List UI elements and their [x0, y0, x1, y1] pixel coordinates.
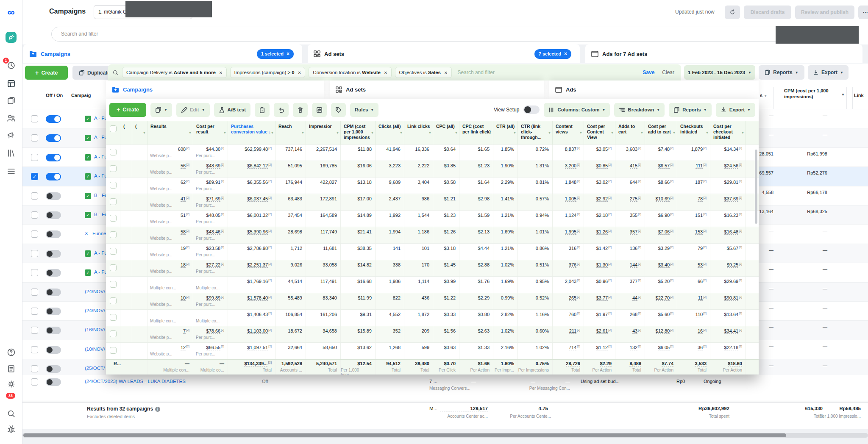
- compare-button[interactable]: [312, 103, 327, 117]
- metric-cell[interactable]: 1,848[2]: [553, 178, 584, 194]
- metric-cell[interactable]: $1,103.00[2]: [228, 326, 275, 342]
- export-button[interactable]: Export▼: [716, 103, 755, 117]
- rules-button[interactable]: Rules▼: [350, 103, 378, 117]
- metric-cell[interactable]: $34.41[2]: [710, 326, 746, 342]
- row-checkbox[interactable]: [31, 327, 38, 334]
- metric-cell[interactable]: 151[2]: [677, 211, 710, 227]
- metric-cell[interactable]: $7.06[2]: [645, 227, 677, 243]
- metric-cell[interactable]: $5.67[2]: [710, 244, 746, 260]
- row-checkbox[interactable]: [31, 115, 38, 122]
- metric-cell[interactable]: $5.60[2]: [645, 310, 677, 326]
- metric-cell[interactable]: 415[2]: [615, 161, 645, 177]
- remove-filter-icon[interactable]: ×: [444, 69, 448, 76]
- undo-button[interactable]: [274, 103, 289, 117]
- filter-chip[interactable]: Impressions (campaign) > 0×: [230, 67, 306, 78]
- metric-cell[interactable]: $89.91[2]Per purc...: [193, 178, 228, 194]
- metric-cell[interactable]: 144[2]: [615, 260, 645, 276]
- metric-cell[interactable]: $1.97[2]: [584, 310, 615, 326]
- metric-cell[interactable]: 3,603[2]: [615, 144, 645, 161]
- row-checkbox[interactable]: [31, 346, 38, 353]
- row-checkbox[interactable]: [110, 182, 117, 189]
- create-button[interactable]: +Create: [109, 103, 146, 117]
- metric-cell[interactable]: $1,097.51[2]: [228, 343, 275, 359]
- review-publish-button[interactable]: Review and publish: [795, 6, 854, 19]
- row-checkbox[interactable]: [110, 248, 117, 255]
- tag-button[interactable]: [331, 103, 346, 117]
- meta-logo[interactable]: ∞: [6, 7, 17, 18]
- metric-cell[interactable]: 41[2]Website p...: [147, 194, 193, 210]
- row-checkbox[interactable]: [31, 134, 38, 142]
- metric-cell[interactable]: $1,578.40[2]: [228, 293, 275, 309]
- metric-cell[interactable]: $0.96[2]: [584, 277, 615, 293]
- metric-cell[interactable]: 153[2]: [677, 227, 710, 243]
- duplicate-split-button[interactable]: ▼: [150, 103, 172, 117]
- campaign-toggle[interactable]: [46, 346, 61, 354]
- metric-cell[interactable]: 10[2]Website p...: [147, 293, 193, 309]
- campaign-toggle[interactable]: [46, 134, 61, 142]
- metric-cell[interactable]: $1.42[2]: [584, 244, 615, 260]
- column-header-cpm[interactable]: CPM (cost per 1,000 impressions): [784, 88, 831, 100]
- metric-cell[interactable]: $2,251.37[2]: [228, 260, 275, 276]
- metric-cell[interactable]: $48.69[2]Per purc...: [193, 161, 228, 177]
- row-checkbox[interactable]: [110, 231, 117, 238]
- catalog-icon[interactable]: [6, 147, 17, 158]
- column-header-off-on[interactable]: Off / On: [46, 93, 63, 98]
- metric-cell[interactable]: $5,390.96[2]: [228, 227, 275, 243]
- metric-cell[interactable]: 110[2]: [677, 310, 710, 326]
- row-checkbox[interactable]: [110, 264, 117, 271]
- create-campaign-button[interactable]: + Create: [25, 66, 68, 80]
- tab-ads[interactable]: Ads for 7 Ad sets: [585, 44, 862, 63]
- metric-cell[interactable]: 8,837[2]: [553, 144, 584, 161]
- global-search-input[interactable]: Search and filter: [51, 27, 786, 42]
- metric-cell[interactable]: $6,001.32[2]: [228, 211, 275, 227]
- info-icon[interactable]: i: [155, 407, 160, 412]
- refresh-button[interactable]: [725, 6, 740, 19]
- metric-cell[interactable]: $9.25[2]: [710, 260, 746, 276]
- row-checkbox[interactable]: [31, 308, 38, 315]
- row-checkbox[interactable]: [31, 269, 38, 276]
- row-checkbox[interactable]: [110, 347, 117, 354]
- metric-cell[interactable]: 136[2]: [615, 244, 645, 260]
- column-header[interactable]: Checkouts initiated▼: [677, 121, 710, 144]
- metric-cell[interactable]: $12.80[2]: [645, 326, 677, 342]
- campaign-toggle[interactable]: [46, 173, 61, 180]
- metric-cell[interactable]: $1.26[2]: [584, 227, 615, 243]
- row-checkbox[interactable]: [31, 289, 38, 296]
- notifications-icon[interactable]: 1: [6, 60, 17, 71]
- metric-cell[interactable]: $134,339...[2]Total: [228, 360, 275, 375]
- metric-cell[interactable]: 132[2]: [615, 343, 645, 359]
- column-header[interactable]: Cost per checkout initiated▼: [710, 121, 746, 144]
- metric-cell[interactable]: $27.22[2]Per purc...: [193, 260, 228, 276]
- campaign-toggle[interactable]: [46, 192, 61, 200]
- metric-cell[interactable]: 3,200[2]: [553, 161, 584, 177]
- row-checkbox[interactable]: [110, 165, 117, 172]
- metric-cell[interactable]: 44[2]: [615, 293, 645, 309]
- date-range-picker[interactable]: 1 Feb 2023 - 15 Dec 2023▼: [684, 65, 755, 80]
- metric-cell[interactable]: 1,005[2]: [553, 194, 584, 210]
- metric-cell[interactable]: 760[2]: [553, 310, 584, 326]
- metric-cell[interactable]: $71.69[2]Per purc...: [193, 194, 228, 210]
- export-button[interactable]: Export▼: [808, 65, 849, 80]
- metric-cell[interactable]: $1.12[2]: [584, 343, 615, 359]
- column-header[interactable]: Cost per result▼: [193, 121, 228, 144]
- remove-filter-icon[interactable]: ×: [384, 69, 387, 76]
- campaign-name-link[interactable]: (24/OCT/2023) WA LEADS - LUKA DIABETES: [85, 379, 186, 384]
- metric-cell[interactable]: $2,786.98[2]: [228, 244, 275, 260]
- metric-cell[interactable]: $1,406.43[2]: [228, 310, 275, 326]
- column-header[interactable]: CPC (all)▼: [433, 121, 459, 144]
- search-icon[interactable]: [6, 408, 17, 419]
- metric-cell[interactable]: $6.57[2]: [645, 161, 677, 177]
- column-header[interactable]: CPC (cost per link click)▼: [459, 121, 493, 144]
- campaign-toggle[interactable]: [46, 327, 61, 334]
- metric-cell[interactable]: $14.34[2]: [710, 144, 746, 161]
- pin-button[interactable]: [255, 103, 270, 117]
- metric-cell[interactable]: $16.48[2]: [710, 227, 746, 243]
- campaign-toggle[interactable]: [46, 378, 61, 386]
- selected-pill[interactable]: 7 selected×: [534, 49, 571, 59]
- metric-cell[interactable]: $6.90[2]: [645, 211, 677, 227]
- metric-cell[interactable]: $3.77[2]: [584, 293, 615, 309]
- discard-drafts-button[interactable]: Discard drafts: [744, 6, 791, 19]
- metric-cell[interactable]: $48.05[2]Per purc...: [193, 211, 228, 227]
- remove-filter-icon[interactable]: ×: [298, 69, 301, 76]
- metric-cell[interactable]: 2,043[2]: [553, 277, 584, 293]
